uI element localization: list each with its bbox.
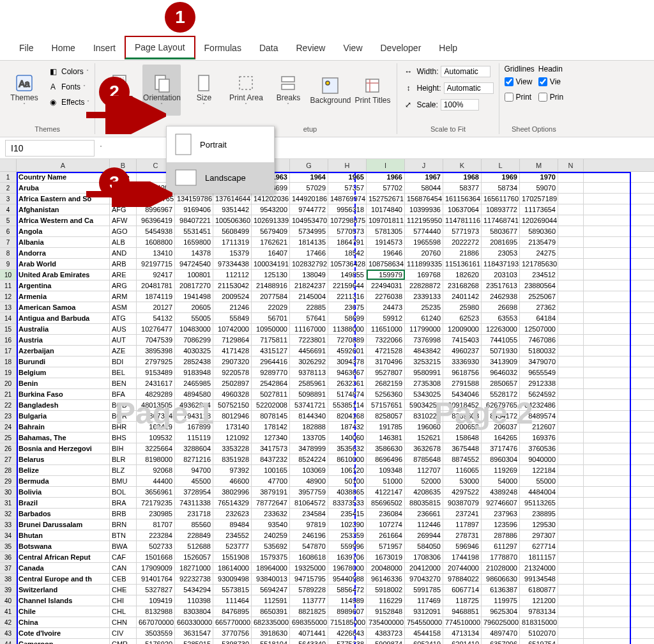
cell[interactable]: Armenia (17, 291, 110, 302)
gridlines-view[interactable]: View (505, 75, 535, 89)
tab-formulas[interactable]: Formulas (195, 38, 250, 58)
cell[interactable]: 2907320 (213, 356, 252, 367)
cell[interactable] (558, 367, 584, 378)
cell[interactable]: 93540 (252, 519, 290, 530)
cell[interactable]: 53000 (443, 476, 482, 486)
cell[interactable]: 148769974 (328, 194, 367, 204)
cell[interactable]: 10893772 (482, 204, 520, 215)
cell[interactable]: 5918002 (367, 585, 405, 595)
cell[interactable]: 297307 (520, 530, 558, 540)
cell[interactable]: BHS (110, 433, 137, 443)
cell[interactable]: Belgium (17, 367, 110, 378)
cell[interactable]: 109701811 (367, 215, 405, 226)
row-header-34[interactable]: 34 (0, 530, 17, 540)
cell[interactable]: 118725 (443, 595, 482, 606)
cell[interactable]: 10174840 (367, 204, 405, 215)
cell[interactable]: 3895398 (137, 346, 175, 356)
cell[interactable]: 96146336 (367, 574, 405, 584)
cell[interactable]: 6357096 (482, 639, 520, 644)
cell[interactable]: 55005 (175, 313, 213, 323)
cell[interactable]: Burundi (17, 356, 110, 367)
cell[interactable]: Bulgaria (17, 411, 110, 421)
cell[interactable]: 3535632 (328, 443, 367, 454)
cell[interactable]: 6180877 (520, 585, 558, 595)
row-header-8[interactable]: 8 (0, 248, 17, 258)
cell[interactable]: 23880564 (520, 280, 558, 291)
cell[interactable]: 119975 (482, 595, 520, 606)
cell[interactable]: 8012946 (213, 411, 252, 421)
tab-help[interactable]: Help (430, 38, 466, 58)
cell[interactable]: 8489574 (520, 411, 558, 421)
cell[interactable]: 18542 (328, 248, 367, 258)
cell[interactable]: 233632 (252, 509, 290, 519)
cell[interactable]: 2585961 (290, 378, 328, 388)
cell[interactable]: 1551908 (213, 552, 252, 562)
cell[interactable]: 1967 (405, 172, 443, 182)
tab-data[interactable]: Data (250, 38, 287, 58)
cell[interactable]: 9655549 (520, 367, 558, 378)
cell[interactable]: BRA (110, 498, 137, 508)
row-header-36[interactable]: 36 (0, 552, 17, 562)
cell[interactable]: 152752671 (367, 194, 405, 204)
orientation-landscape[interactable]: Landscape (167, 162, 274, 193)
cell[interactable]: 14378 (175, 248, 213, 258)
cell[interactable] (558, 487, 584, 497)
cell[interactable]: Benin (17, 378, 110, 388)
cell[interactable]: 7943118 (175, 411, 213, 421)
cell[interactable]: 3918630 (252, 628, 290, 638)
cell[interactable] (558, 324, 584, 334)
cell[interactable]: 9169406 (175, 204, 213, 215)
width-input[interactable] (441, 66, 490, 77)
cell[interactable] (558, 585, 584, 595)
cell[interactable]: Australia (17, 324, 110, 334)
cell[interactable]: 4383723 (367, 628, 405, 638)
cell[interactable]: Brazil (17, 498, 110, 508)
cell[interactable]: 46600 (213, 476, 252, 486)
row-header-15[interactable]: 15 (0, 324, 17, 334)
cell[interactable]: 10483000 (175, 324, 213, 334)
cell[interactable]: BLZ (110, 465, 137, 475)
cell[interactable]: 20744000 (443, 563, 482, 573)
cell[interactable]: 2791588 (443, 378, 482, 388)
cell[interactable]: 100801 (175, 270, 213, 280)
cell[interactable]: 5679409 (252, 226, 290, 236)
cell[interactable]: 64184 (520, 313, 558, 323)
cell[interactable]: 182888 (290, 422, 328, 432)
cell[interactable]: 94700 (175, 465, 213, 475)
cell[interactable] (558, 509, 584, 519)
cell[interactable]: 3586630 (367, 443, 405, 454)
cell[interactable]: United Arab Emirates (17, 270, 110, 280)
cell[interactable]: 162429 (137, 422, 175, 432)
cell[interactable] (558, 346, 584, 356)
cell[interactable]: 95113265 (520, 498, 558, 508)
cell[interactable]: 3879191 (252, 487, 290, 497)
cell[interactable]: 7086299 (175, 335, 213, 345)
row-header-5[interactable]: 5 (0, 215, 17, 226)
cell[interactable] (558, 617, 584, 627)
cell[interactable]: 5454938 (137, 226, 175, 236)
headings-view[interactable]: Vie (538, 75, 563, 89)
cell[interactable]: CHE (110, 585, 137, 595)
cell[interactable]: 55385114 (328, 400, 367, 410)
row-header-19[interactable]: 19 (0, 367, 17, 378)
cell[interactable]: 9152848 (367, 606, 405, 617)
cell[interactable]: 9183948 (175, 367, 213, 378)
cell[interactable]: 5734995 (290, 226, 328, 236)
row-header-25[interactable]: 25 (0, 433, 17, 443)
cell[interactable]: Argentina (17, 280, 110, 291)
cell[interactable]: 8198000 (137, 454, 175, 464)
row-header-44[interactable]: 44 (0, 639, 17, 644)
cell[interactable]: 5180032 (520, 346, 558, 356)
cell[interactable]: 97043270 (405, 574, 443, 584)
cell[interactable]: 9040000 (520, 454, 558, 464)
cell[interactable]: 3770756 (213, 628, 252, 638)
cell[interactable]: 57641 (290, 313, 328, 323)
cell[interactable]: 5285015 (175, 639, 213, 644)
cell[interactable]: American Samoa (17, 302, 110, 312)
cell[interactable]: 27362 (520, 302, 558, 312)
cell[interactable]: 4171428 (213, 346, 252, 356)
cell[interactable]: 58699 (328, 313, 367, 323)
cell[interactable]: 261664 (367, 530, 405, 540)
cell[interactable]: CHN (110, 617, 137, 627)
cell[interactable]: BDI (110, 356, 137, 367)
